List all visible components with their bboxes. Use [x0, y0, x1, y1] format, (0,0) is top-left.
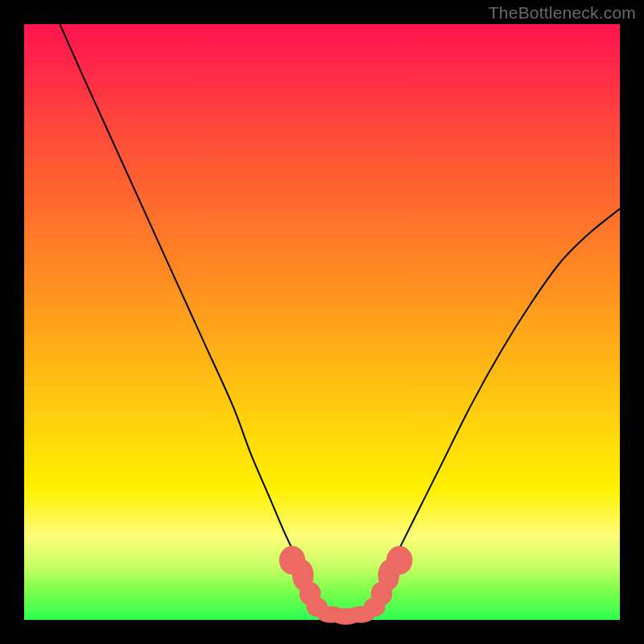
watermark-label: TheBottleneck.com	[489, 3, 636, 23]
bottleneck-curve	[24, 24, 620, 620]
curve-marker	[386, 546, 413, 575]
plot-area	[24, 24, 620, 620]
chart-frame: TheBottleneck.com	[0, 0, 644, 644]
